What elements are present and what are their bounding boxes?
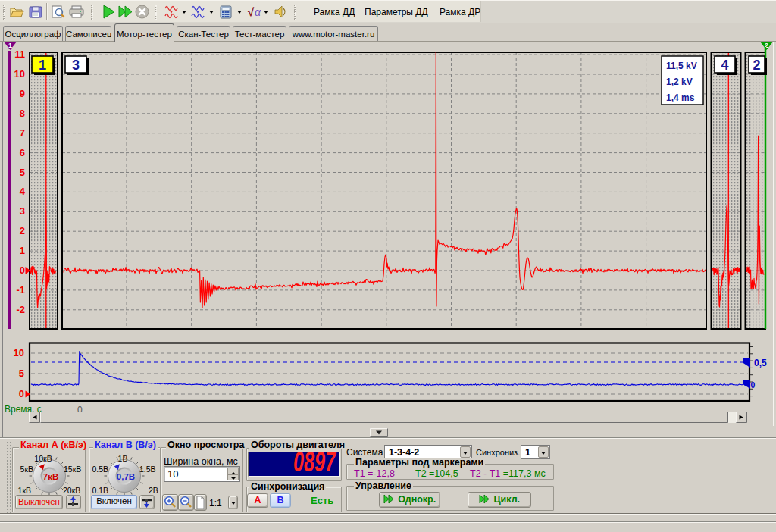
- svg-text:11,5 kV: 11,5 kV: [666, 61, 697, 71]
- svg-text:Рамка ДД: Рамка ДД: [314, 7, 355, 17]
- svg-text:0,5: 0,5: [754, 358, 767, 368]
- svg-text:√: √: [248, 5, 255, 18]
- svg-text:3: 3: [72, 58, 80, 73]
- svg-text:11: 11: [14, 49, 25, 60]
- svg-text:0,7В: 0,7В: [117, 472, 135, 481]
- svg-text:7: 7: [20, 127, 25, 139]
- svg-text:1: 1: [20, 245, 25, 256]
- svg-text:9: 9: [20, 88, 25, 99]
- svg-text:2: 2: [753, 58, 760, 73]
- svg-text:2: 2: [20, 225, 25, 236]
- svg-text:6: 6: [20, 147, 25, 158]
- svg-text:0: 0: [751, 380, 756, 390]
- svg-text:3: 3: [20, 205, 25, 217]
- svg-text:4: 4: [20, 186, 26, 197]
- svg-text:α: α: [255, 6, 261, 18]
- svg-text:Рамка ДР: Рамка ДР: [440, 7, 480, 17]
- svg-text:-1: -1: [16, 284, 25, 296]
- svg-text:0: 0: [20, 264, 25, 276]
- svg-text:4: 4: [721, 58, 728, 73]
- svg-text:1: 1: [39, 58, 46, 73]
- svg-text:5: 5: [19, 368, 24, 379]
- svg-text:7кВ: 7кВ: [43, 472, 58, 481]
- svg-text:5: 5: [20, 167, 25, 178]
- svg-text:0: 0: [19, 388, 24, 399]
- svg-text:10: 10: [14, 347, 24, 358]
- svg-text:1,2 kV: 1,2 kV: [666, 77, 693, 87]
- svg-text:1,4 ms: 1,4 ms: [666, 92, 695, 103]
- svg-text:1: 1: [8, 42, 12, 49]
- svg-text:Параметры ДД: Параметры ДД: [365, 7, 428, 17]
- svg-text:8: 8: [20, 108, 25, 119]
- svg-text:10: 10: [14, 68, 25, 80]
- svg-text:-2: -2: [16, 304, 25, 315]
